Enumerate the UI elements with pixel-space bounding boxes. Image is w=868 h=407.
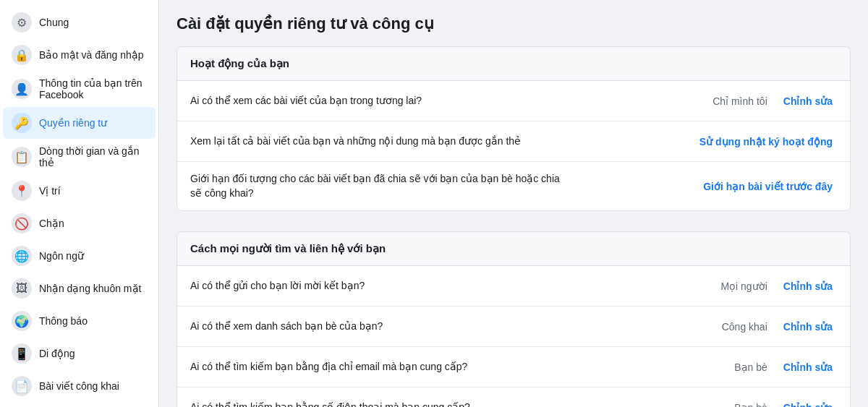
sidebar-item-bai-viet[interactable]: 📄Bài viết công khai xyxy=(3,370,156,402)
sidebar-item-chung[interactable]: ⚙Chung xyxy=(3,7,156,38)
row-value-0-0: Chỉ mình tôi xyxy=(663,95,779,107)
sidebar-item-vi-tri[interactable]: 📍Vị trí xyxy=(3,175,156,207)
row-value-1-1: Công khai xyxy=(663,321,779,333)
sidebar-item-ung-dung[interactable]: 🔲Ứng dụng và trang web xyxy=(3,403,156,407)
sidebar-item-chan[interactable]: 🚫Chặn xyxy=(3,207,156,239)
sidebar-label-bai-viet: Bài viết công khai xyxy=(39,380,119,392)
settings-row-0-2: Giới hạn đối tượng cho các bài viết bạn … xyxy=(177,162,850,210)
row-question-1-3: Ai có thể tìm kiếm bạn bằng số điện thoạ… xyxy=(190,400,663,407)
settings-row-1-0: Ai có thể gửi cho bạn lời mời kết bạn?Mọ… xyxy=(177,266,850,307)
sidebar-label-chan: Chặn xyxy=(39,218,64,229)
sidebar-item-nhan-dang[interactable]: 🖼Nhận dạng khuôn mặt xyxy=(3,273,156,304)
settings-row-1-2: Ai có thể tìm kiếm bạn bằng địa chỉ emai… xyxy=(177,347,850,387)
row-value-1-2: Bạn bè xyxy=(663,361,779,373)
sidebar-label-vi-tri: Vị trí xyxy=(39,185,61,197)
sidebar-icon-bai-viet: 📄 xyxy=(12,376,32,396)
sidebar-icon-chung: ⚙ xyxy=(12,12,32,33)
page-title: Cài đặt quyền riêng tư và công cụ xyxy=(176,14,851,33)
sidebar-icon-ngon-ngu: 🌐 xyxy=(12,246,32,266)
sidebar-icon-thong-bao: 🌍 xyxy=(12,311,32,331)
edit-button-1-1[interactable]: Chỉnh sửa xyxy=(779,318,837,335)
sidebar-icon-thong-tin: 👤 xyxy=(12,79,32,99)
section-divider-0 xyxy=(176,226,851,231)
row-question-0-2: Giới hạn đối tượng cho các bài viết bạn … xyxy=(190,172,583,200)
edit-button-0-1[interactable]: Sử dụng nhật ký hoạt động xyxy=(695,133,837,150)
sidebar-icon-bao-mat: 🔒 xyxy=(12,45,32,65)
section-header-cach-moi-nguoi: Cách mọi người tìm và liên hệ với bạn xyxy=(177,232,850,266)
edit-button-1-0[interactable]: Chỉnh sửa xyxy=(779,278,837,295)
sidebar-label-thong-bao: Thông báo xyxy=(39,315,88,327)
row-question-0-0: Ai có thể xem các bài viết của bạn trong… xyxy=(190,94,663,108)
sidebar-icon-di-dong: 📱 xyxy=(12,343,32,364)
sidebar-label-di-dong: Di động xyxy=(39,348,75,359)
sidebar-icon-quyen-rieng-tu: 🔑 xyxy=(12,113,32,133)
sidebar-icon-chan: 🚫 xyxy=(12,213,32,234)
sidebar-item-thong-tin[interactable]: 👤Thông tin của bạn trên Facebook xyxy=(3,72,156,106)
sidebar-icon-nhan-dang: 🖼 xyxy=(12,278,32,299)
row-question-1-2: Ai có thể tìm kiếm bạn bằng địa chỉ emai… xyxy=(190,360,663,374)
settings-row-0-0: Ai có thể xem các bài viết của bạn trong… xyxy=(177,81,850,121)
sidebar-item-di-dong[interactable]: 📱Di động xyxy=(3,338,156,369)
sidebar-label-nhan-dang: Nhận dạng khuôn mặt xyxy=(39,283,141,294)
sidebar-label-chung: Chung xyxy=(39,17,69,28)
edit-button-0-0[interactable]: Chỉnh sửa xyxy=(779,93,837,110)
row-value-1-3: Bạn bè xyxy=(663,402,779,407)
sidebar: ⚙Chung🔒Bảo mật và đăng nhập👤Thông tin củ… xyxy=(0,0,159,407)
sidebar-label-dong-thoi-gian: Dòng thời gian và gắn thẻ xyxy=(39,145,147,168)
section-card-hoat-dong: Hoạt động của bạnAi có thể xem các bài v… xyxy=(176,46,851,211)
section-header-hoat-dong: Hoạt động của bạn xyxy=(177,47,850,81)
sidebar-label-quyen-rieng-tu: Quyền riêng tư xyxy=(39,117,107,129)
settings-row-0-1: Xem lại tất cả bài viết của bạn và những… xyxy=(177,121,850,162)
sidebar-item-thong-bao[interactable]: 🌍Thông báo xyxy=(3,305,156,337)
main-content: Cài đặt quyền riêng tư và công cụ Hoạt đ… xyxy=(159,0,868,407)
edit-button-1-2[interactable]: Chỉnh sửa xyxy=(779,359,837,376)
settings-row-1-3: Ai có thể tìm kiếm bạn bằng số điện thoạ… xyxy=(177,387,850,407)
sections-container: Hoạt động của bạnAi có thể xem các bài v… xyxy=(176,46,851,407)
settings-row-1-1: Ai có thể xem danh sách bạn bè của bạn?C… xyxy=(177,307,850,347)
row-question-1-1: Ai có thể xem danh sách bạn bè của bạn? xyxy=(190,320,663,334)
sidebar-item-bao-mat[interactable]: 🔒Bảo mật và đăng nhập xyxy=(3,39,156,71)
section-card-cach-moi-nguoi: Cách mọi người tìm và liên hệ với bạnAi … xyxy=(176,231,851,407)
sidebar-item-dong-thoi-gian[interactable]: 📋Dòng thời gian và gắn thẻ xyxy=(3,140,156,174)
edit-button-0-2[interactable]: Giới hạn bài viết trước đây xyxy=(699,178,837,195)
edit-button-1-3[interactable]: Chỉnh sửa xyxy=(779,399,837,407)
sidebar-label-thong-tin: Thông tin của bạn trên Facebook xyxy=(39,77,147,100)
row-question-1-0: Ai có thể gửi cho bạn lời mời kết bạn? xyxy=(190,279,663,294)
sidebar-label-bao-mat: Bảo mật và đăng nhập xyxy=(39,49,144,61)
sidebar-item-quyen-rieng-tu[interactable]: 🔑Quyền riêng tư xyxy=(3,107,156,139)
sidebar-item-ngon-ngu[interactable]: 🌐Ngôn ngữ xyxy=(3,240,156,272)
sidebar-icon-dong-thoi-gian: 📋 xyxy=(12,147,32,167)
row-value-1-0: Mọi người xyxy=(663,280,779,292)
sidebar-icon-vi-tri: 📍 xyxy=(12,181,32,201)
row-question-0-1: Xem lại tất cả bài viết của bạn và những… xyxy=(190,134,579,149)
sidebar-label-ngon-ngu: Ngôn ngữ xyxy=(39,250,84,262)
